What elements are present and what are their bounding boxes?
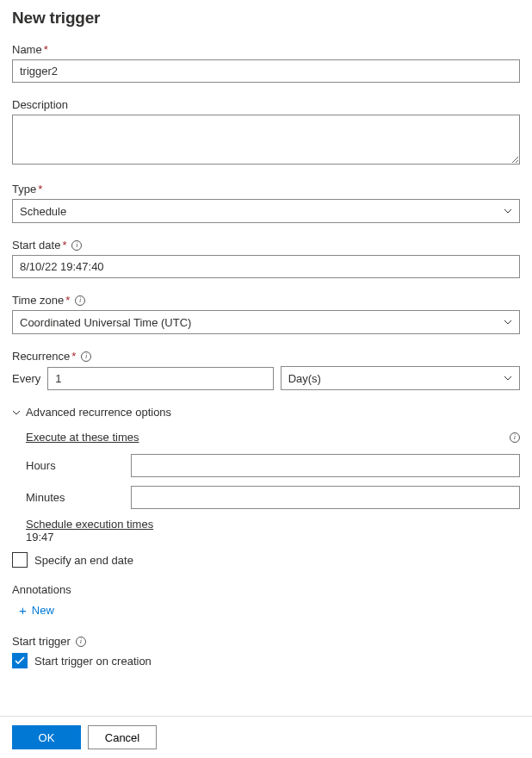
every-label: Every: [12, 372, 40, 385]
plus-icon: +: [19, 603, 27, 618]
time-zone-label: Time zone: [12, 294, 64, 307]
recurrence-label: Recurrence: [12, 350, 70, 363]
recurrence-unit-value: Day(s): [288, 372, 498, 385]
type-label: Type: [12, 183, 36, 196]
name-input[interactable]: [12, 59, 520, 83]
end-date-checkbox[interactable]: [12, 552, 28, 568]
chevron-down-icon: [504, 376, 512, 381]
chevron-down-icon: [12, 410, 21, 415]
recurrence-every-input[interactable]: [47, 367, 273, 390]
cancel-button[interactable]: Cancel: [88, 725, 157, 749]
schedule-exec-value: 19:47: [26, 531, 520, 544]
schedule-exec-heading: Schedule execution times: [26, 518, 520, 531]
description-input[interactable]: [12, 115, 520, 165]
advanced-recurrence-toggle[interactable]: Advanced recurrence options: [12, 406, 520, 419]
recurrence-unit-select[interactable]: Day(s): [281, 366, 520, 390]
type-value: Schedule: [20, 205, 498, 218]
minutes-label: Minutes: [26, 491, 131, 504]
annotations-label: Annotations: [12, 583, 520, 596]
end-date-label: Specify an end date: [34, 554, 133, 567]
start-trigger-checkbox[interactable]: [12, 653, 28, 668]
description-label: Description: [12, 98, 68, 111]
required-indicator: *: [44, 43, 48, 56]
time-zone-value: Coordinated Universal Time (UTC): [20, 316, 498, 329]
info-icon[interactable]: i: [71, 240, 82, 251]
name-label: Name: [12, 43, 42, 56]
minutes-input[interactable]: [131, 486, 520, 509]
required-indicator: *: [62, 239, 66, 252]
chevron-down-icon: [504, 208, 512, 214]
info-icon[interactable]: i: [75, 295, 85, 306]
advanced-recurrence-label: Advanced recurrence options: [26, 406, 171, 419]
required-indicator: *: [38, 183, 42, 196]
chevron-down-icon: [504, 320, 512, 325]
ok-button[interactable]: OK: [12, 725, 81, 749]
start-trigger-label: Start trigger on creation: [34, 655, 152, 668]
info-icon[interactable]: i: [76, 637, 86, 647]
execute-times-heading: Execute at these times: [26, 431, 139, 444]
hours-input[interactable]: [131, 454, 520, 477]
add-annotation-button[interactable]: + New: [19, 603, 54, 618]
type-select[interactable]: Schedule: [12, 199, 520, 223]
time-zone-select[interactable]: Coordinated Universal Time (UTC): [12, 310, 520, 334]
required-indicator: *: [65, 294, 70, 307]
start-date-input[interactable]: [12, 255, 520, 278]
start-trigger-heading: Start trigger: [12, 635, 71, 648]
new-annotation-label: New: [32, 604, 54, 617]
info-icon[interactable]: i: [81, 351, 91, 362]
panel-title: New trigger: [12, 9, 520, 28]
hours-label: Hours: [26, 459, 131, 472]
required-indicator: *: [71, 350, 76, 363]
info-icon[interactable]: i: [510, 432, 520, 443]
start-date-label: Start date: [12, 239, 60, 252]
